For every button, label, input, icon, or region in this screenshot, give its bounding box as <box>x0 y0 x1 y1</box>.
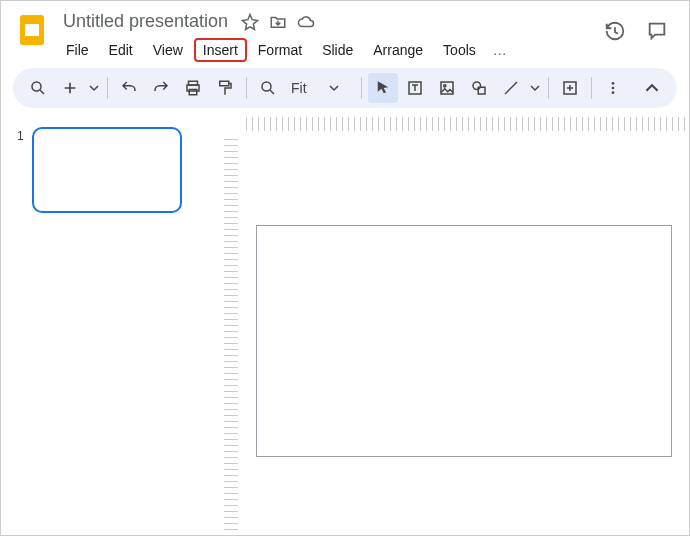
slide-number: 1 <box>17 127 24 143</box>
menu-file[interactable]: File <box>57 38 98 62</box>
move-folder-icon[interactable] <box>268 12 288 32</box>
line-dropdown[interactable] <box>528 73 542 103</box>
menu-edit[interactable]: Edit <box>100 38 142 62</box>
menu-view[interactable]: View <box>144 38 192 62</box>
svg-point-16 <box>612 91 615 94</box>
cloud-status-icon[interactable] <box>296 12 316 32</box>
print-button[interactable] <box>178 73 208 103</box>
slide-thumbnail-row[interactable]: 1 <box>17 127 206 213</box>
shape-button[interactable] <box>464 73 494 103</box>
image-button[interactable] <box>432 73 462 103</box>
more-tools-button[interactable] <box>598 73 628 103</box>
svg-point-7 <box>262 82 271 91</box>
line-button[interactable] <box>496 73 526 103</box>
menu-slide[interactable]: Slide <box>313 38 362 62</box>
canvas-area[interactable] <box>216 109 689 535</box>
chevron-down-icon <box>329 80 339 96</box>
menu-format[interactable]: Format <box>249 38 311 62</box>
ruler-horizontal <box>246 117 685 131</box>
comments-icon[interactable] <box>645 19 669 43</box>
svg-rect-9 <box>441 82 453 94</box>
select-tool-button[interactable] <box>368 73 398 103</box>
slide-thumbnail[interactable] <box>32 127 182 213</box>
svg-point-15 <box>612 87 615 90</box>
toolbar: Fit <box>13 68 677 108</box>
slide-canvas[interactable] <box>256 225 672 457</box>
doc-title[interactable]: Untitled presentation <box>59 9 232 34</box>
menu-tools[interactable]: Tools <box>434 38 485 62</box>
search-menus-button[interactable] <box>23 73 53 103</box>
textbox-button[interactable] <box>400 73 430 103</box>
menubar: File Edit View Insert Format Slide Arran… <box>57 34 603 68</box>
divider <box>548 77 549 99</box>
svg-point-2 <box>32 82 41 91</box>
divider <box>591 77 592 99</box>
collapse-toolbar-button[interactable] <box>637 73 667 103</box>
ruler-vertical <box>224 139 238 531</box>
filmstrip[interactable]: 1 <box>1 109 216 535</box>
star-icon[interactable] <box>240 12 260 32</box>
menu-insert[interactable]: Insert <box>194 38 247 62</box>
svg-point-11 <box>473 82 481 90</box>
svg-point-10 <box>444 85 446 87</box>
divider <box>246 77 247 99</box>
redo-button[interactable] <box>146 73 176 103</box>
svg-point-14 <box>612 82 615 85</box>
menu-arrange[interactable]: Arrange <box>364 38 432 62</box>
paint-format-button[interactable] <box>210 73 240 103</box>
svg-rect-6 <box>220 81 229 86</box>
slides-logo[interactable] <box>15 13 49 47</box>
menu-more[interactable]: … <box>487 38 513 62</box>
svg-rect-1 <box>25 24 39 36</box>
new-slide-dropdown[interactable] <box>87 73 101 103</box>
divider <box>361 77 362 99</box>
zoom-label: Fit <box>291 80 307 96</box>
divider <box>107 77 108 99</box>
new-slide-button[interactable] <box>55 73 85 103</box>
history-icon[interactable] <box>603 19 627 43</box>
undo-button[interactable] <box>114 73 144 103</box>
zoom-tool-button[interactable] <box>253 73 283 103</box>
zoom-dropdown[interactable]: Fit <box>285 80 355 96</box>
comment-insert-button[interactable] <box>555 73 585 103</box>
